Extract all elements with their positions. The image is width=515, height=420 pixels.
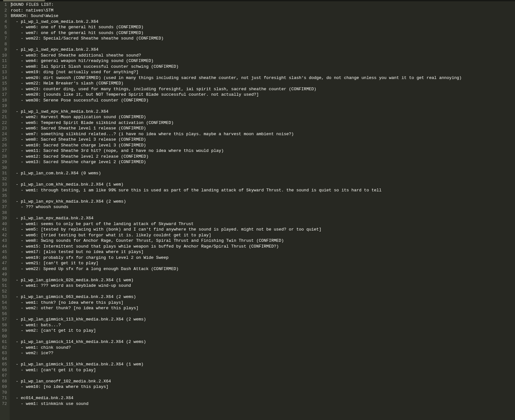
code-line[interactable]: - wem22: Helm Breaker's slash (CONFIRMED… bbox=[11, 81, 515, 86]
line-number: 39 bbox=[2, 215, 7, 221]
code-line[interactable] bbox=[11, 373, 515, 379]
code-line[interactable] bbox=[11, 390, 515, 396]
line-number: 6 bbox=[2, 30, 7, 36]
code-line[interactable]: - pl_wp_l_swd_com_media.bnk.2.X64 bbox=[11, 19, 515, 25]
code-line[interactable]: - pl_wp_lan_gimmick_113_khk_media.bnk.2.… bbox=[11, 317, 515, 322]
code-line[interactable] bbox=[11, 311, 515, 317]
code-line[interactable]: SOUND FILES LIST: bbox=[11, 2, 515, 8]
code-line[interactable]: - wem3: Sacred Sheathe additional sheath… bbox=[11, 53, 515, 58]
code-line[interactable]: - wem1: through testing, i am like 99% s… bbox=[11, 188, 515, 193]
code-line[interactable]: - wem10: Sacred Sheathe charge level 3 (… bbox=[11, 143, 515, 148]
line-number: 59 bbox=[2, 328, 7, 334]
line-number: 45 bbox=[2, 249, 7, 255]
code-line[interactable] bbox=[11, 176, 515, 182]
code-line[interactable]: - ec014_media.bnk.2.X64 bbox=[11, 395, 515, 401]
code-line[interactable]: - wem1: bats...? bbox=[11, 322, 515, 328]
code-line[interactable]: - wem4: general weapon hit/readying soun… bbox=[11, 58, 515, 64]
line-number: 66 bbox=[2, 367, 7, 373]
code-line[interactable]: - wem22: Special/Sacred Sheathe sheathe … bbox=[11, 36, 515, 41]
code-line[interactable]: - wem6: one of the general hit sounds (C… bbox=[11, 24, 515, 30]
code-line[interactable]: - wem2: other thunk? [no idea where this… bbox=[11, 305, 515, 311]
code-line[interactable]: - wem12: Sacred Sheathe level 2 release … bbox=[11, 154, 515, 160]
code-line[interactable]: - pl_wp_lan_oneoff_102_media.bnk.2.X64 bbox=[11, 379, 515, 384]
code-line[interactable] bbox=[11, 210, 515, 216]
line-number: 42 bbox=[2, 232, 7, 238]
line-number: 33 bbox=[2, 182, 7, 188]
code-line[interactable]: - wem1: ??? weird ass beyblade wind-up s… bbox=[11, 283, 515, 289]
code-line[interactable] bbox=[11, 289, 515, 294]
code-line[interactable]: - pl_wp_lan_com_khk_media.bnk.2.X64 (1 w… bbox=[11, 182, 515, 188]
code-line[interactable]: - wem11: Sacred Sheathe 3rd hit? (nope, … bbox=[11, 148, 515, 154]
code-line[interactable] bbox=[11, 334, 515, 339]
line-number: 47 bbox=[2, 260, 7, 266]
line-number: 23 bbox=[2, 126, 7, 131]
line-number: 64 bbox=[2, 356, 7, 362]
code-line[interactable]: - wem5: [tested by replacing with (bonk)… bbox=[11, 227, 515, 232]
line-number: 29 bbox=[2, 159, 7, 165]
code-line[interactable]: - wem30: Serene Pose successful counter … bbox=[11, 98, 515, 103]
code-line[interactable]: - pl_wp_l_swd_epv_khk_media.bnk.2.X64 bbox=[11, 109, 515, 115]
line-number-gutter[interactable]: 1234567891011121314151617181920212223242… bbox=[0, 1, 10, 420]
code-line[interactable]: - pl_wp_l_swd_epv_media.bnk.2.X64 bbox=[11, 47, 515, 53]
code-line[interactable]: - ??? whoosh sounds bbox=[11, 204, 515, 210]
code-line[interactable]: - wem6: Sacred Sheathe level 1 release (… bbox=[11, 126, 515, 131]
code-line[interactable]: - wem22: Speed Up sfx for a long enough … bbox=[11, 266, 515, 272]
text-cursor bbox=[11, 2, 11, 7]
line-number: 8 bbox=[2, 41, 7, 47]
code-line[interactable]: - wem1: chink sound? bbox=[11, 345, 515, 351]
code-line[interactable]: - wem2: Harvest Moon application sound (… bbox=[11, 114, 515, 120]
code-line[interactable]: - pl_wp_lan_epv_madia.bnk.2.X64 bbox=[11, 215, 515, 221]
code-line[interactable] bbox=[11, 103, 515, 109]
line-number: 36 bbox=[2, 199, 7, 205]
code-line[interactable]: - wem1: stinkmink use sound bbox=[11, 401, 515, 407]
code-line[interactable]: - wem17: [also tested but no idea where … bbox=[11, 249, 515, 255]
code-line[interactable] bbox=[11, 193, 515, 199]
code-line[interactable] bbox=[11, 165, 515, 171]
line-number: 70 bbox=[2, 390, 7, 396]
line-number: 61 bbox=[2, 339, 7, 345]
code-line[interactable]: root: natives\STM bbox=[11, 8, 515, 13]
code-area[interactable]: SOUND FILES LIST:root: natives\STMBRANCH… bbox=[10, 1, 515, 420]
code-line[interactable]: - pl_wp_lan_epv_khk_madia.bnk.2.X64 (2 w… bbox=[11, 199, 515, 205]
line-number: 55 bbox=[2, 305, 7, 311]
code-line[interactable]: - wem7: one of the general hit sounds (C… bbox=[11, 30, 515, 36]
code-line[interactable]: - pl_wp_lan_gimmick_020_media.bnk.2.X64 … bbox=[11, 277, 515, 283]
code-line[interactable]: - wem13: Sacred Sheathe charge level 2 (… bbox=[11, 159, 515, 165]
code-line[interactable]: - wem15: Intermittent sound that plays w… bbox=[11, 244, 515, 249]
code-line[interactable]: - wem20: dirt swoosh (CONFIRMED) (used i… bbox=[11, 75, 515, 81]
code-line[interactable]: - wem19: probably sfx for charging to Le… bbox=[11, 255, 515, 261]
code-line[interactable]: BRANCH: Sound\Wwise bbox=[11, 13, 515, 19]
code-line[interactable] bbox=[11, 356, 515, 362]
line-number: 20 bbox=[2, 109, 7, 115]
code-line[interactable]: - pl_wp_lan_gimmick_114_khk_media.bnk.2.… bbox=[11, 339, 515, 345]
line-number: 1 bbox=[2, 2, 7, 8]
code-line[interactable]: - wem19: ding [not actually used for any… bbox=[11, 69, 515, 75]
code-line[interactable] bbox=[11, 41, 515, 47]
line-number: 28 bbox=[2, 154, 7, 160]
code-line[interactable]: - wem2: [can't get it to play] bbox=[11, 328, 515, 334]
code-line[interactable]: - wem2: ice?? bbox=[11, 350, 515, 356]
code-line[interactable]: - wem7: something silkbind related...? (… bbox=[11, 131, 515, 137]
code-line[interactable]: - wem1: seems to only be part of the lan… bbox=[11, 221, 515, 227]
code-line[interactable]: - pl_wp_lan_com.bnk.2.X64 (0 wems) bbox=[11, 171, 515, 176]
line-number: 34 bbox=[2, 188, 7, 193]
line-number: 57 bbox=[2, 317, 7, 322]
code-line[interactable] bbox=[11, 272, 515, 277]
code-line[interactable]: - wem8: Iai Spirit Slash successful coun… bbox=[11, 64, 515, 70]
line-number: 67 bbox=[2, 373, 7, 379]
code-line[interactable]: - wem8: Sacred Sheathe level 3 release (… bbox=[11, 137, 515, 143]
code-line[interactable]: - wem1: [can't get it to play] bbox=[11, 367, 515, 373]
code-line[interactable]: - pl_wp_lan_gimmick_063_media.bnk.2.X64 … bbox=[11, 294, 515, 300]
line-number: 56 bbox=[2, 311, 7, 317]
code-line[interactable]: - wem6: [tried testing but forgor what i… bbox=[11, 232, 515, 238]
code-line[interactable]: - wem5: Tempered Spirit Blade silkbind a… bbox=[11, 120, 515, 126]
code-line[interactable]: - wem10: [no idea where this plays] bbox=[11, 384, 515, 390]
code-line[interactable]: - wem23: counter ding, used for many thi… bbox=[11, 86, 515, 92]
code-line[interactable]: - pl_wp_lan_gimmick_115_khk_media.bnk.2.… bbox=[11, 362, 515, 367]
line-number: 24 bbox=[2, 131, 7, 137]
code-line[interactable]: - wem8: Swing sounds for Anchor Rage, Co… bbox=[11, 238, 515, 244]
line-number: 65 bbox=[2, 362, 7, 367]
code-line[interactable]: - wem21: [can't get it to play] bbox=[11, 260, 515, 266]
code-line[interactable]: - wem28: [sounds like it, but NOT Temper… bbox=[11, 92, 515, 98]
code-line[interactable]: - wem1: thunk? [no idea where this plays… bbox=[11, 300, 515, 306]
